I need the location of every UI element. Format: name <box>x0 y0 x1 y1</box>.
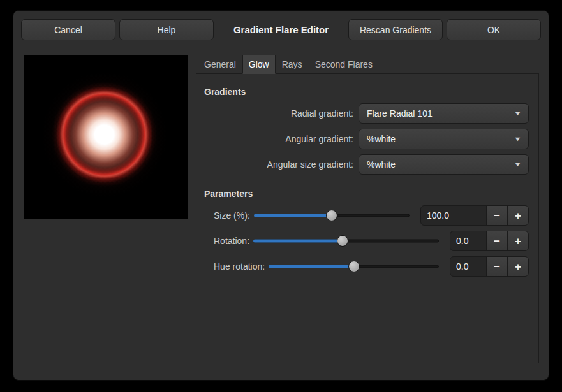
flare-image <box>24 55 188 219</box>
hue-rotation-decrement-button[interactable]: − <box>486 256 508 277</box>
rescan-gradients-button[interactable]: Rescan Gradients <box>348 19 443 40</box>
radial-gradient-dropdown[interactable]: Flare Radial 101 ▼ <box>359 103 529 124</box>
size-increment-button[interactable]: + <box>507 205 529 226</box>
dialog-body: General Glow Rays Second Flares Gradient… <box>13 48 549 380</box>
angular-size-gradient-row: Angular size gradient: %white ▼ <box>204 154 529 175</box>
flare-preview <box>24 55 188 219</box>
chevron-down-icon: ▼ <box>514 136 521 142</box>
radial-gradient-label: Radial gradient: <box>204 108 359 119</box>
help-button[interactable]: Help <box>119 19 214 40</box>
rotation-slider[interactable] <box>253 231 439 251</box>
size-label: Size (%): <box>214 210 250 221</box>
slider-handle[interactable] <box>348 261 360 272</box>
slider-handle[interactable] <box>337 235 348 247</box>
dialog-title: Gradient Flare Editor <box>218 24 344 35</box>
ok-button[interactable]: OK <box>447 19 541 40</box>
slider-handle[interactable] <box>326 210 337 221</box>
tab-glow[interactable]: Glow <box>242 55 276 74</box>
header-bar: Cancel Help Gradient Flare Editor Rescan… <box>13 11 549 48</box>
angular-gradient-row: Angular gradient: %white ▼ <box>204 129 529 149</box>
rotation-input[interactable] <box>450 231 487 251</box>
rotation-decrement-button[interactable]: − <box>486 231 508 251</box>
hue-rotation-increment-button[interactable]: + <box>507 256 529 277</box>
rotation-label: Rotation: <box>214 236 249 246</box>
size-slider[interactable] <box>254 205 410 226</box>
size-input[interactable] <box>420 205 487 226</box>
rotation-increment-button[interactable]: + <box>507 231 529 251</box>
gradient-flare-editor-window: Cancel Help Gradient Flare Editor Rescan… <box>13 10 549 381</box>
dropdown-selected-value: Flare Radial 101 <box>367 108 515 119</box>
radial-gradient-row: Radial gradient: Flare Radial 101 ▼ <box>204 103 529 124</box>
parameters-heading: Parameters <box>204 189 529 199</box>
rotation-row: Rotation: − + <box>204 231 529 251</box>
hue-rotation-slider[interactable] <box>269 256 439 277</box>
glow-tab-content: Gradients Radial gradient: Flare Radial … <box>196 74 539 363</box>
hue-rotation-row: Hue rotation: − + <box>204 256 529 277</box>
hue-rotation-label: Hue rotation: <box>214 261 265 272</box>
slider-fill <box>269 265 353 268</box>
gradients-heading: Gradients <box>204 87 529 97</box>
chevron-down-icon: ▼ <box>514 161 521 168</box>
angular-size-gradient-label: Angular size gradient: <box>204 159 359 170</box>
hue-rotation-input[interactable] <box>450 256 487 277</box>
tab-bar: General Glow Rays Second Flares <box>196 55 539 74</box>
size-row: Size (%): − + <box>204 205 529 226</box>
chevron-down-icon: ▼ <box>514 110 521 117</box>
notebook-panel: General Glow Rays Second Flares Gradient… <box>196 55 539 363</box>
angular-gradient-label: Angular gradient: <box>204 134 359 144</box>
cancel-button[interactable]: Cancel <box>21 19 115 40</box>
size-decrement-button[interactable]: − <box>486 205 508 226</box>
slider-fill <box>253 240 343 243</box>
tab-second-flares[interactable]: Second Flares <box>309 55 379 74</box>
tab-rays[interactable]: Rays <box>276 55 309 74</box>
slider-fill <box>254 214 332 217</box>
dropdown-selected-value: %white <box>367 159 515 170</box>
dropdown-selected-value: %white <box>367 134 515 144</box>
tab-general[interactable]: General <box>198 55 242 74</box>
angular-gradient-dropdown[interactable]: %white ▼ <box>359 129 529 149</box>
angular-size-gradient-dropdown[interactable]: %white ▼ <box>359 154 529 175</box>
